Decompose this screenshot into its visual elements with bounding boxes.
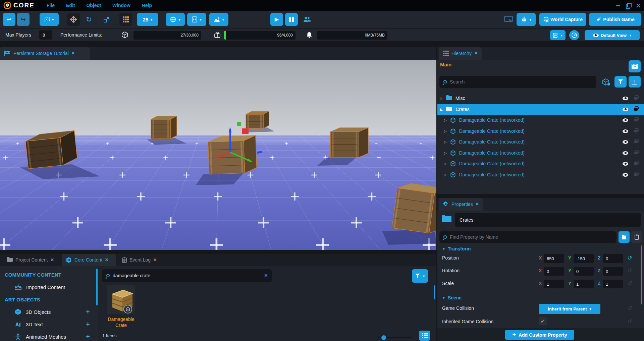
content-search-input[interactable] <box>113 273 261 278</box>
tab-hierarchy[interactable]: Hierarchy <box>439 47 482 60</box>
tab-scene[interactable]: Persistent Storage Tutorial <box>0 47 90 60</box>
asset-tile-damageable-crate[interactable]: Damageable Crate <box>103 285 140 328</box>
hierarchy-row-damageable-crate[interactable]: Damageable Crate (networked) <box>437 136 644 147</box>
menu-help[interactable]: Help <box>142 3 152 8</box>
add-3d-object-button[interactable]: + <box>86 308 90 316</box>
terrain-dropdown[interactable] <box>209 13 228 26</box>
menu-window[interactable]: Window <box>112 3 130 8</box>
publish-game-button[interactable]: Publish Game <box>589 13 641 26</box>
world-settings-dropdown[interactable] <box>166 13 185 26</box>
inherited-game-collision-checkbox[interactable] <box>539 317 547 325</box>
reset-scale-button[interactable] <box>627 280 632 286</box>
add-3d-text-button[interactable]: + <box>86 321 90 328</box>
default-view-dropdown[interactable]: Default View <box>585 30 640 40</box>
visibility-eye-icon[interactable] <box>623 129 628 133</box>
reset-rotation-button[interactable] <box>627 268 632 274</box>
paste-properties-button[interactable] <box>631 231 642 243</box>
sidebar-scrollbar[interactable] <box>96 269 98 305</box>
rotation-z-field[interactable] <box>603 267 623 276</box>
tab-close-icon[interactable] <box>105 257 108 263</box>
item-area-scrollbar[interactable] <box>434 285 435 299</box>
select-tool-button[interactable] <box>40 13 59 26</box>
rotation-x-field[interactable] <box>544 267 564 276</box>
find-property-input[interactable] <box>450 234 612 240</box>
networked-cube-icon[interactable] <box>602 78 610 87</box>
collapse-caret-icon[interactable] <box>440 107 443 112</box>
tab-close-icon[interactable] <box>476 201 479 208</box>
menu-edit[interactable]: Edit <box>66 3 75 8</box>
position-y-field[interactable] <box>574 254 594 263</box>
expand-caret-icon[interactable] <box>440 97 443 100</box>
hierarchy-export-button[interactable] <box>629 76 641 88</box>
visibility-eye-icon[interactable] <box>623 162 628 166</box>
tab-project-content[interactable]: Project Content <box>3 254 59 266</box>
tab-close-icon[interactable] <box>71 50 75 57</box>
hierarchy-row-damageable-crate[interactable]: Damageable Crate (networked) <box>437 148 644 158</box>
preview-screen-button[interactable] <box>502 13 515 26</box>
visibility-eye-icon[interactable] <box>623 173 628 177</box>
lock-icon[interactable] <box>634 130 638 132</box>
viewport-3d-scene[interactable] <box>0 60 436 250</box>
lock-icon[interactable] <box>634 140 638 143</box>
position-x-field[interactable] <box>544 254 564 263</box>
multiplayer-preview-button[interactable] <box>301 13 313 26</box>
transform-section-header[interactable]: Transform <box>442 246 471 251</box>
lock-icon[interactable] <box>634 162 638 165</box>
game-collision-dropdown[interactable]: Inherit from Parent ▾ <box>539 304 600 314</box>
grid-snap-button[interactable] <box>119 13 132 26</box>
expand-caret-icon[interactable] <box>444 118 447 122</box>
play-button[interactable]: ▶ <box>270 13 283 26</box>
pause-button[interactable] <box>285 13 298 26</box>
hierarchy-row-misc[interactable]: Misc <box>437 93 644 104</box>
hierarchy-search-box[interactable] <box>439 76 596 88</box>
screenshot-publish-button[interactable] <box>629 60 641 72</box>
expand-caret-icon[interactable] <box>444 173 447 177</box>
move-tool-button[interactable] <box>67 13 80 26</box>
sidebar-item-imported-content[interactable]: Imported Content <box>0 282 98 292</box>
scale-tool-button[interactable] <box>100 13 113 26</box>
visibility-eye-icon[interactable] <box>623 108 628 111</box>
script-dropdown[interactable] <box>187 13 206 26</box>
content-search-box[interactable] <box>102 269 272 282</box>
sidebar-item-3d-objects[interactable]: 3D Objects + <box>0 307 98 317</box>
reset-position-button[interactable] <box>627 255 632 261</box>
add-animated-mesh-button[interactable]: + <box>86 333 90 341</box>
undo-button[interactable]: ↩ <box>3 13 15 26</box>
tab-close-icon[interactable] <box>153 257 157 263</box>
expand-caret-icon[interactable] <box>444 140 447 144</box>
position-z-field[interactable] <box>603 254 623 263</box>
find-property-box[interactable] <box>439 231 616 243</box>
tab-properties[interactable]: Properties <box>439 198 483 211</box>
hierarchy-search-input[interactable] <box>450 79 592 84</box>
reset-inherited-button[interactable] <box>627 319 632 325</box>
save-options-dropdown[interactable] <box>550 30 566 40</box>
hierarchy-row-damageable-crate[interactable]: Damageable Crate (networked) <box>437 158 644 169</box>
content-filter-button[interactable] <box>412 269 428 283</box>
world-capture-button[interactable]: World Capture <box>539 13 586 26</box>
hierarchy-row-crates[interactable]: Crates <box>437 104 644 115</box>
lock-icon[interactable] <box>634 108 638 111</box>
close-icon[interactable] <box>636 3 641 8</box>
hierarchy-row-damageable-crate[interactable]: Damageable Crate (networked) <box>437 169 644 180</box>
lock-icon[interactable] <box>634 97 638 100</box>
max-players-input[interactable] <box>39 30 52 40</box>
slider-handle[interactable] <box>381 335 386 340</box>
expand-caret-icon[interactable] <box>444 129 447 133</box>
visibility-eye-icon[interactable] <box>623 97 628 100</box>
sidebar-item-animated-meshes[interactable]: Animated Meshes + <box>0 332 98 341</box>
tab-close-icon[interactable] <box>51 257 54 263</box>
redo-button[interactable]: ↪ <box>17 13 30 26</box>
tab-core-content[interactable]: Core Content <box>62 254 116 266</box>
scale-y-field[interactable] <box>574 280 594 288</box>
list-view-toggle-button[interactable] <box>419 331 430 341</box>
rotation-y-field[interactable] <box>574 267 594 276</box>
object-name-field[interactable] <box>455 213 641 227</box>
thumbnail-size-slider[interactable] <box>378 337 412 338</box>
performance-gauge-button[interactable] <box>569 30 579 40</box>
lock-icon[interactable] <box>634 152 638 154</box>
hierarchy-filter-button[interactable] <box>614 76 627 88</box>
scene-root-label[interactable]: Main <box>440 62 451 67</box>
hierarchy-row-damageable-crate[interactable]: Damageable Crate (networked) <box>437 115 644 125</box>
expand-caret-icon[interactable] <box>444 162 447 166</box>
copy-properties-button[interactable] <box>619 231 630 243</box>
